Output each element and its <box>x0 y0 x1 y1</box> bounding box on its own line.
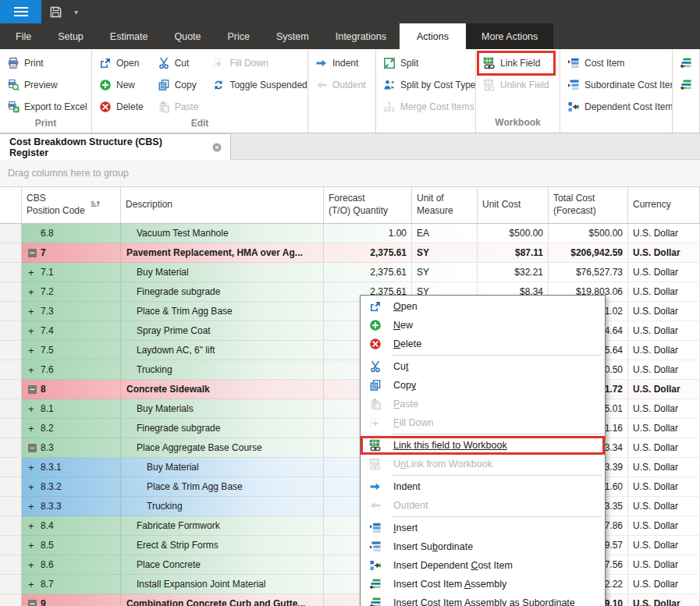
cell-description[interactable]: Laydown AC, 6" lift <box>121 341 324 360</box>
cell-uom[interactable]: EA <box>412 224 478 243</box>
cell-unit-cost[interactable]: $87.11 <box>478 243 549 263</box>
context-menu-item-indent[interactable]: Indent <box>361 477 605 496</box>
cell-cbs-position-code[interactable]: +8.7 <box>22 575 121 594</box>
cell-cbs-position-code[interactable]: +7.6 <box>22 360 121 380</box>
cell-description[interactable]: Fabricate Formwork <box>121 516 324 536</box>
cell-description[interactable]: Combination Concrete Curb and Gutte... <box>121 594 324 606</box>
indent-button[interactable]: Indent <box>311 52 371 74</box>
context-menu-item-insert-subordinate[interactable]: Insert Subordinate <box>361 537 605 556</box>
menu-tab-quote[interactable]: Quote <box>161 23 214 49</box>
cell-description[interactable]: Buy Material <box>121 263 324 282</box>
menu-tab-more-actions[interactable]: More Actions <box>466 23 553 49</box>
cell-unit-cost[interactable]: $32.21 <box>478 263 549 282</box>
expand-icon[interactable]: + <box>28 520 41 532</box>
cell-currency[interactable]: U.S. Dollar <box>628 399 700 419</box>
cut-button[interactable]: Cut <box>153 52 204 74</box>
table-row[interactable]: +6.8Vacuum Test Manhole1.00EA$500.00$500… <box>0 224 700 243</box>
cell-cbs-position-code[interactable]: +8.3.3 <box>22 497 121 516</box>
cell-currency[interactable]: U.S. Dollar <box>628 360 700 380</box>
cell-cbs-position-code[interactable]: +8.3.2 <box>22 477 121 497</box>
app-menu-button[interactable] <box>0 0 41 23</box>
cell-total-cost[interactable]: $206,942.59 <box>549 243 628 263</box>
caret-down-icon[interactable]: ▾ <box>74 8 78 16</box>
context-menu-item-insert-dependent-cost-item[interactable]: Insert Dependent Cost Item <box>361 556 605 575</box>
cell-qty[interactable]: 2,375.61 <box>324 243 412 263</box>
cell-description[interactable]: Pavement Replacement, HMA over Ag... <box>121 243 324 263</box>
cell-uom[interactable]: SY <box>412 263 478 282</box>
cell-total-cost[interactable]: $500.00 <box>549 224 628 243</box>
copy-button[interactable]: Copy <box>153 74 204 96</box>
cell-description[interactable]: Finegrade subgrade <box>121 419 324 438</box>
toggle-suspended-button[interactable]: Toggle Suspended <box>208 74 308 96</box>
context-menu-item-new[interactable]: New <box>361 316 605 335</box>
cell-currency[interactable]: U.S. Dollar <box>628 263 700 282</box>
cell-cbs-position-code[interactable]: +8.4 <box>22 516 121 536</box>
menu-tab-integrations[interactable]: Integrations <box>322 23 400 49</box>
expand-icon[interactable]: + <box>28 579 41 590</box>
cell-description[interactable]: Erect & Strip Forms <box>121 536 324 555</box>
cell-currency[interactable]: U.S. Dollar <box>628 419 700 438</box>
expand-icon[interactable]: + <box>28 559 41 571</box>
cell-description[interactable]: Vacuum Test Manhole <box>121 224 324 243</box>
cell-currency[interactable]: U.S. Dollar <box>628 341 700 360</box>
cell-currency[interactable]: U.S. Dollar <box>628 438 700 458</box>
save-button[interactable] <box>49 5 62 19</box>
cell-cbs-position-code[interactable]: −9 <box>22 594 121 606</box>
expand-icon[interactable]: + <box>28 345 41 356</box>
collapse-icon[interactable]: − <box>28 249 41 257</box>
cell-description[interactable]: Concrete Sidewalk <box>121 380 324 399</box>
cell-cbs-position-code[interactable]: +7.2 <box>22 282 121 302</box>
table-row[interactable]: +7.1Buy Material2,375.61SY$32.21$76,527.… <box>0 263 700 282</box>
column-header-currency[interactable]: Currency <box>628 187 700 223</box>
link-field-button[interactable]: Link Field <box>478 52 554 74</box>
cell-description[interactable]: Spray Prime Coat <box>121 321 324 341</box>
cell-description[interactable]: Trucking <box>121 497 324 516</box>
group-by-band[interactable]: Drag columns here to group <box>0 160 700 187</box>
expand-icon[interactable]: + <box>28 423 41 434</box>
cell-description[interactable]: Place Concrete <box>121 555 324 575</box>
menu-tab-setup[interactable]: Setup <box>44 23 97 49</box>
split-button[interactable]: Split <box>378 52 476 74</box>
cell-currency[interactable]: U.S. Dollar <box>628 224 700 243</box>
menu-tab-system[interactable]: System <box>263 23 322 49</box>
cell-currency[interactable]: U.S. Dollar <box>628 458 700 477</box>
cell-currency[interactable]: U.S. Dollar <box>628 282 700 302</box>
cell-currency[interactable]: U.S. Dollar <box>628 243 700 263</box>
cell-description[interactable]: Finegrade subgrade <box>121 282 324 302</box>
tab-cbs-register[interactable]: Cost Breakdown Structure (CBS) Register <box>0 133 231 160</box>
cell-cbs-position-code[interactable]: +6.8 <box>22 224 121 243</box>
context-menu-item-cut[interactable]: Cut <box>361 357 605 376</box>
context-menu-item-copy[interactable]: Copy <box>361 376 605 395</box>
cell-description[interactable]: Buy Materials <box>121 399 324 419</box>
cell-cbs-position-code[interactable]: −7 <box>22 243 121 263</box>
cell-cbs-position-code[interactable]: +8.2 <box>22 419 121 438</box>
export-to-excel-button[interactable]: Export to Excel <box>2 96 92 118</box>
cell-currency[interactable]: U.S. Dollar <box>628 536 700 555</box>
menu-tab-file[interactable]: File <box>2 23 44 49</box>
preview-button[interactable]: Preview <box>2 74 92 96</box>
cell-currency[interactable]: U.S. Dollar <box>628 497 700 516</box>
cost-item-button[interactable]: Cost Item <box>563 52 673 74</box>
context-menu-item-insert-cost-item-assembly-as-subordinate[interactable]: Insert Cost Item Assembly as Subordinate <box>361 594 605 606</box>
cell-description[interactable]: Install Expansion Joint Material <box>121 575 324 594</box>
expand-icon[interactable]: + <box>28 286 41 298</box>
table-row[interactable]: −7Pavement Replacement, HMA over Ag...2,… <box>0 243 700 263</box>
new-button[interactable]: New <box>94 74 148 96</box>
expand-icon[interactable]: + <box>28 462 41 473</box>
split-by-cost-type-button[interactable]: Split by Cost Type <box>378 74 476 96</box>
cell-currency[interactable]: U.S. Dollar <box>628 594 700 606</box>
cell-currency[interactable]: U.S. Dollar <box>628 380 700 399</box>
column-header-description[interactable]: Description <box>121 187 324 223</box>
context-menu-item-delete[interactable]: Delete <box>361 335 605 353</box>
column-header-code[interactable]: CBS Position Code <box>22 187 121 223</box>
cell-currency[interactable]: U.S. Dollar <box>628 477 700 497</box>
column-header-total_cost[interactable]: Total Cost (Forecast) <box>549 187 628 223</box>
cell-description[interactable]: Trucking <box>121 360 324 380</box>
cost-item-assembly-subordinate-icon-button[interactable] <box>675 74 697 96</box>
collapse-icon[interactable]: − <box>28 600 41 606</box>
context-menu-item-insert-cost-item-assembly[interactable]: Insert Cost Item Assembly <box>361 575 605 594</box>
menu-tab-price[interactable]: Price <box>215 23 263 49</box>
collapse-icon[interactable]: − <box>28 444 41 452</box>
cell-uom[interactable]: SY <box>412 243 478 263</box>
context-menu-item-link-this-field-to-workbook[interactable]: Link this field to Workbook <box>361 436 605 455</box>
